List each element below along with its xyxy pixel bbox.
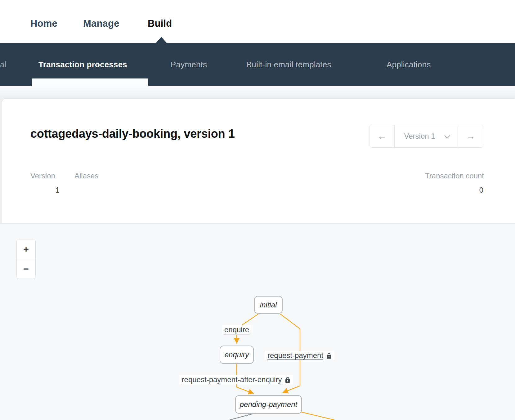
zoom-out-button[interactable]: − [17, 259, 35, 279]
tab-general-truncated[interactable]: al [0, 60, 7, 69]
zoom-in-button[interactable]: + [17, 239, 35, 259]
next-version-button[interactable]: → [458, 125, 483, 147]
nav-item-build[interactable]: Build [148, 18, 172, 29]
tab-transaction-processes[interactable]: Transaction processes [38, 60, 127, 69]
stat-header-version: Version [30, 172, 55, 180]
tab-applications[interactable]: Applications [387, 60, 431, 69]
zoom-control: + − [16, 239, 36, 279]
page-title: cottagedays-daily-booking, version 1 [30, 127, 235, 141]
lock-icon [284, 377, 290, 383]
flow-node-pending-payment[interactable]: pending-payment [235, 395, 302, 414]
tab-built-in-email-templates[interactable]: Built-in email templates [246, 60, 331, 69]
active-tab-indicator [32, 78, 148, 87]
edge-label-request-payment[interactable]: request-payment [265, 351, 334, 360]
edge-label-enquire[interactable]: enquire [222, 325, 251, 334]
flowchart-edges [0, 223, 515, 420]
version-dropdown-value: Version 1 [404, 132, 435, 141]
tab-payments[interactable]: Payments [171, 60, 207, 69]
page: Home Manage Build al Transaction process… [0, 0, 515, 420]
lock-icon [326, 352, 332, 359]
sub-nav-tab-bar: al Transaction processes Payments Built-… [0, 43, 515, 86]
nav-item-home[interactable]: Home [30, 18, 57, 29]
version-selector: ← Version 1 → [369, 125, 483, 148]
edge-label-text: request-payment [267, 351, 323, 360]
header-strip [0, 86, 515, 99]
stat-header-transaction-count: Transaction count [425, 172, 484, 180]
build-tab-pointer [156, 37, 167, 43]
stat-header-aliases: Aliases [74, 172, 98, 180]
version-dropdown[interactable]: Version 1 [394, 125, 458, 147]
stat-value-transaction-count: 0 [446, 186, 483, 194]
chevron-down-icon [444, 133, 450, 138]
stat-value-version: 1 [30, 186, 60, 194]
nav-item-manage[interactable]: Manage [83, 18, 119, 29]
edge-label-request-payment-after-enquiry[interactable]: request-payment-after-enquiry [180, 375, 293, 384]
edge-label-text: request-payment-after-enquiry [182, 375, 282, 384]
process-card [2, 99, 515, 224]
previous-version-button[interactable]: ← [369, 125, 394, 147]
edge-label-text: enquire [224, 325, 249, 334]
top-header: Home Manage Build [0, 0, 515, 43]
flow-node-initial[interactable]: initial [254, 296, 283, 314]
flow-node-enquiry[interactable]: enquiry [220, 346, 254, 364]
